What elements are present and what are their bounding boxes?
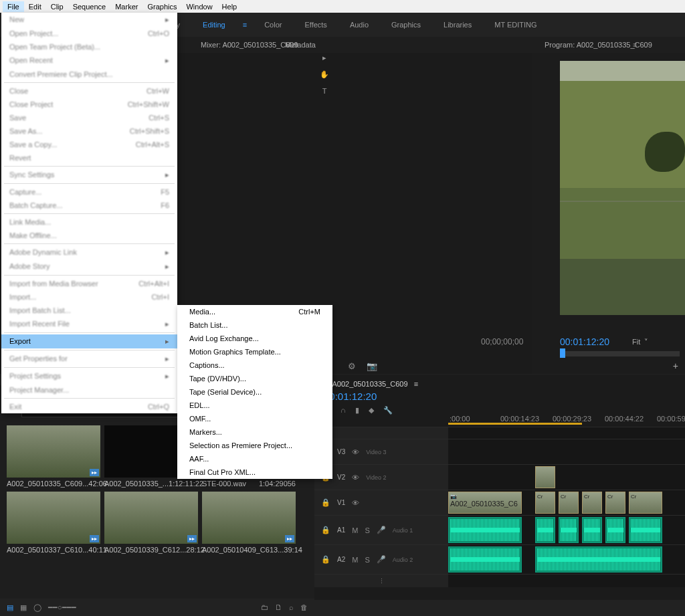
timeline-sequence-tab[interactable]: × A002_05010335_C609 ≡: [324, 380, 676, 388]
track-header-a1[interactable]: 🔒A1MS🎤Audio 1: [314, 516, 448, 544]
video-clip[interactable]: Cr: [535, 492, 555, 514]
find-icon[interactable]: ⌕: [289, 603, 294, 611]
freeform-view-icon[interactable]: ◯: [33, 603, 41, 612]
file-menu-item[interactable]: Open Project...Ctrl+O: [1, 27, 177, 40]
program-panel-tab[interactable]: Program: A002_05010335_C609: [539, 39, 658, 50]
eye-icon[interactable]: 👁: [352, 448, 359, 456]
track-header-v2[interactable]: 🔒V2👁Video 2: [314, 465, 448, 490]
audio-clip[interactable]: [535, 546, 662, 573]
menu-graphics[interactable]: Graphics: [142, 1, 181, 12]
audio-clip[interactable]: [629, 517, 662, 543]
video-clip[interactable]: Cr: [605, 492, 625, 514]
export-submenu-item[interactable]: Tape (Serial Device)...: [177, 385, 332, 399]
track-header-a2[interactable]: 🔒A2MS🎤Audio 2: [314, 545, 448, 574]
program-add-marker[interactable]: +: [673, 361, 678, 371]
file-menu-item[interactable]: Close ProjectCtrl+Shift+W: [1, 98, 177, 111]
file-menu-item[interactable]: Import...Ctrl+I: [1, 290, 177, 304]
export-submenu-item[interactable]: Tape (DV/HDV)...: [177, 372, 332, 385]
track-body-a2[interactable]: [448, 545, 685, 574]
video-clip[interactable]: Cr: [582, 492, 602, 514]
export-submenu-item[interactable]: Batch List...: [177, 318, 332, 332]
file-menu-item[interactable]: Make Offline...: [1, 229, 177, 242]
eye-icon[interactable]: 👁: [352, 499, 359, 507]
file-menu-item[interactable]: Save As...Ctrl+Shift+S: [1, 124, 177, 138]
file-menu-item[interactable]: CloseCtrl+W: [1, 84, 177, 98]
file-menu-item[interactable]: Save a Copy...Ctrl+Alt+S: [1, 138, 177, 151]
file-menu-item[interactable]: Convert Premiere Clip Project...: [1, 68, 177, 81]
file-menu-item[interactable]: Open Recent▸: [1, 54, 177, 68]
icon-view-icon[interactable]: ▦: [20, 603, 27, 612]
export-submenu-item[interactable]: Captions...: [177, 358, 332, 372]
menu-sequence[interactable]: Sequence: [68, 1, 111, 12]
file-menu-item[interactable]: Import from Media BrowserCtrl+Alt+I: [1, 277, 177, 290]
workspace-audio[interactable]: Audio: [345, 18, 374, 31]
export-submenu-item[interactable]: Avid Log Exchange...: [177, 332, 332, 345]
export-submenu-item[interactable]: Selection as Premiere Project...: [177, 439, 332, 452]
file-menu-item[interactable]: Import Batch List...: [1, 304, 177, 317]
settings-icon[interactable]: ⚙: [348, 361, 356, 371]
file-menu-item[interactable]: SaveCtrl+S: [1, 111, 177, 124]
project-thumbnail[interactable]: ▸▸A002_05010335_C609...42:06: [7, 425, 100, 488]
menu-clip[interactable]: Clip: [46, 1, 68, 12]
track-body-v3[interactable]: [448, 439, 685, 464]
mic-icon[interactable]: 🎤: [377, 526, 386, 534]
solo-icon[interactable]: S: [365, 556, 369, 564]
file-menu-item[interactable]: Import Recent File▸: [1, 317, 177, 331]
menu-marker[interactable]: Marker: [110, 1, 142, 12]
marker-icon[interactable]: ◆: [369, 406, 374, 415]
workspace-libraries[interactable]: Libraries: [438, 18, 477, 31]
file-menu-item[interactable]: Project Settings▸: [1, 369, 177, 383]
export-submenu-item[interactable]: Markers...: [177, 425, 332, 439]
project-thumbnail[interactable]: ▸▸A002_05010337_C610...40:11: [7, 492, 100, 554]
file-menu-item[interactable]: Capture...F5: [1, 185, 177, 199]
clear-icon[interactable]: 🗑: [300, 603, 308, 611]
metadata-panel-tab[interactable]: Metadata: [280, 39, 321, 50]
video-clip[interactable]: Cr: [559, 492, 579, 514]
audio-clip[interactable]: [448, 517, 522, 543]
video-clip[interactable]: Cr: [629, 492, 662, 514]
audio-clip[interactable]: [582, 517, 602, 543]
track-body-a1[interactable]: [448, 516, 685, 544]
playhead-icon[interactable]: [560, 348, 565, 358]
file-menu-item[interactable]: Adobe Story▸: [1, 260, 177, 274]
file-menu-item[interactable]: Revert: [1, 151, 177, 165]
file-menu-item[interactable]: Link Media...: [1, 215, 177, 229]
file-menu-item[interactable]: Sync Settings▸: [1, 168, 177, 182]
export-submenu-item[interactable]: Final Cut Pro XML...: [177, 466, 332, 479]
timeline-ruler[interactable]: :00:00 00:00:14:23 00:00:29:23 00:00:44:…: [448, 413, 685, 425]
menu-window[interactable]: Window: [181, 1, 217, 12]
audio-clip[interactable]: [605, 517, 625, 543]
timeline-timecode[interactable]: 00:01:12:20: [324, 391, 676, 402]
type-tool-icon[interactable]: T: [316, 87, 333, 95]
video-clip[interactable]: [535, 466, 555, 488]
video-clip-main[interactable]: 📷 A002_05010335_C6: [448, 492, 522, 514]
menu-file[interactable]: File: [3, 1, 24, 12]
menu-edit[interactable]: Edit: [24, 1, 46, 12]
selection-tool-icon[interactable]: ▸: [316, 54, 333, 62]
workspace-color[interactable]: Color: [259, 18, 287, 31]
file-menu-item[interactable]: Batch Capture...F6: [1, 199, 177, 212]
zoom-slider[interactable]: ━━○━━━: [48, 603, 76, 612]
file-menu-item[interactable]: Export▸: [1, 334, 177, 348]
solo-icon[interactable]: S: [365, 526, 369, 534]
file-menu-item[interactable]: Open Team Project (Beta)...: [1, 40, 177, 54]
audio-clip[interactable]: [535, 517, 555, 543]
track-expand[interactable]: ⋮: [314, 575, 448, 587]
audio-clip[interactable]: [559, 517, 579, 543]
project-thumbnail[interactable]: ▸▸A002_05010409_C613...39:14: [202, 492, 296, 554]
work-area-bar[interactable]: [448, 423, 582, 425]
workspace-custom[interactable]: MT EDITING: [489, 18, 542, 31]
track-header-v1[interactable]: 🔒V1👁: [314, 490, 448, 515]
track-body-v2[interactable]: [448, 465, 685, 490]
file-menu-item[interactable]: Project Manager...: [1, 383, 177, 397]
audio-clip[interactable]: [448, 546, 522, 573]
list-view-icon[interactable]: ▤: [7, 603, 13, 612]
mute-icon[interactable]: M: [352, 556, 358, 564]
menu-help[interactable]: Help: [217, 1, 242, 12]
export-submenu-item[interactable]: OMF...: [177, 412, 332, 425]
track-body-v1[interactable]: 📷 A002_05010335_C6 Cr Cr Cr Cr Cr: [448, 490, 685, 515]
new-bin-icon[interactable]: 🗀: [261, 603, 268, 611]
track-header-v3[interactable]: 🔒V3👁Video 3: [314, 439, 448, 464]
settings-icon[interactable]: 🔧: [383, 406, 393, 415]
workspace-editing[interactable]: Editing: [197, 18, 231, 31]
